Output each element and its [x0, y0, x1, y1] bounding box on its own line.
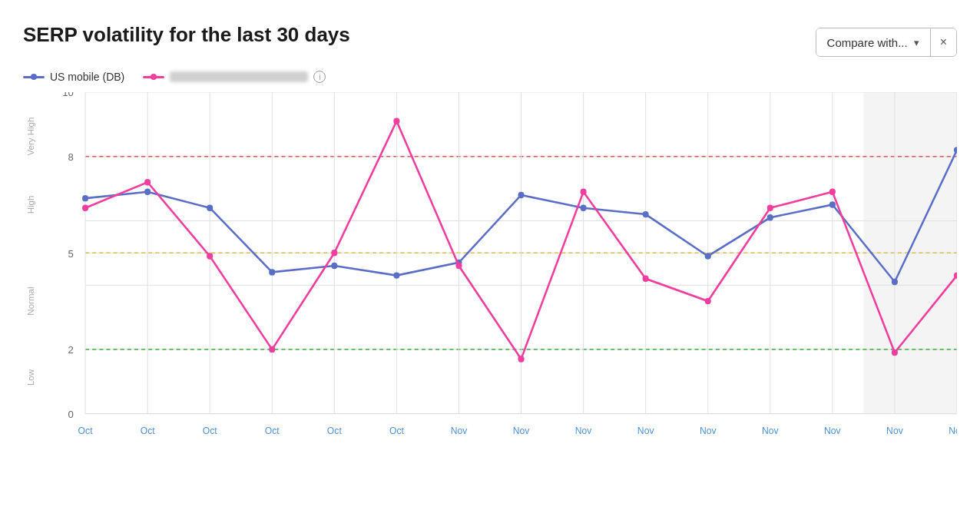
- blue-dot: [331, 263, 337, 269]
- svg-text:Nov: Nov: [886, 426, 903, 436]
- blue-dot: [393, 272, 399, 278]
- header-row: SERP volatility for the last 30 days Com…: [23, 23, 957, 57]
- blue-dot: [581, 205, 587, 211]
- blue-dot: [82, 195, 88, 201]
- pink-dot: [892, 349, 898, 356]
- svg-text:11: 11: [765, 437, 776, 438]
- svg-text:Oct: Oct: [327, 426, 342, 436]
- legend-label-blue: US mobile (DB): [50, 71, 124, 83]
- pink-dot: [829, 189, 836, 195]
- svg-text:24: 24: [204, 437, 215, 438]
- chart-svg: 10 8 5 2 0 Very High High Normal Low: [23, 92, 957, 438]
- svg-text:13: 13: [827, 437, 838, 438]
- pink-dot: [518, 356, 524, 362]
- svg-text:07: 07: [641, 437, 651, 438]
- compare-widget: Compare with... ▾ ×: [816, 28, 957, 57]
- svg-text:Oct: Oct: [265, 426, 280, 436]
- svg-text:15: 15: [889, 437, 900, 438]
- svg-text:09: 09: [703, 437, 713, 438]
- svg-text:Nov: Nov: [575, 426, 592, 436]
- svg-text:Low: Low: [26, 369, 35, 386]
- svg-text:Normal: Normal: [26, 287, 35, 316]
- svg-text:Very High: Very High: [26, 118, 35, 156]
- svg-text:0: 0: [68, 409, 74, 420]
- legend-row: US mobile (DB) i: [23, 71, 957, 83]
- svg-text:26: 26: [267, 437, 278, 438]
- svg-text:05: 05: [578, 437, 589, 438]
- pink-dot: [207, 253, 213, 259]
- svg-text:Nov: Nov: [637, 426, 654, 436]
- pink-dot: [767, 205, 773, 211]
- svg-text:22: 22: [142, 437, 153, 438]
- svg-text:30: 30: [392, 437, 402, 438]
- blue-dot: [144, 189, 151, 195]
- blue-dot: [767, 214, 773, 220]
- info-icon[interactable]: i: [313, 71, 326, 83]
- svg-text:Nov: Nov: [700, 426, 717, 436]
- pink-dot: [705, 298, 711, 304]
- svg-text:Nov: Nov: [949, 426, 957, 436]
- legend-line-pink-icon: [143, 76, 164, 78]
- pink-dot: [581, 189, 587, 195]
- svg-text:Nov: Nov: [762, 426, 779, 436]
- svg-text:Nov: Nov: [824, 426, 841, 436]
- svg-text:20: 20: [80, 437, 91, 438]
- chart-area: 10 8 5 2 0 Very High High Normal Low: [23, 92, 957, 438]
- pink-dot: [331, 250, 337, 256]
- svg-text:2: 2: [68, 344, 74, 356]
- blue-dot: [207, 205, 213, 211]
- svg-text:10: 10: [62, 92, 74, 98]
- legend-label-pink-blurred: [170, 71, 308, 82]
- svg-text:Oct: Oct: [389, 426, 404, 436]
- chevron-down-icon: ▾: [914, 37, 919, 48]
- compare-close-button[interactable]: ×: [931, 28, 956, 56]
- pink-dot: [643, 276, 649, 282]
- svg-text:Oct: Oct: [78, 426, 93, 436]
- blue-dot: [829, 201, 836, 207]
- pink-dot: [82, 205, 88, 211]
- blue-dot: [269, 269, 275, 275]
- pink-dot: [455, 263, 462, 269]
- legend-line-blue-icon: [23, 76, 45, 78]
- page-title: SERP volatility for the last 30 days: [23, 23, 350, 47]
- pink-dot: [269, 346, 275, 353]
- svg-text:Nov: Nov: [513, 426, 530, 436]
- blue-dot: [518, 192, 524, 198]
- svg-text:03: 03: [516, 437, 527, 438]
- compare-label: Compare with...: [827, 36, 908, 49]
- blue-dot: [705, 253, 711, 259]
- svg-text:Oct: Oct: [141, 426, 155, 436]
- legend-item-pink: i: [143, 71, 326, 83]
- legend-item-blue: US mobile (DB): [23, 71, 124, 83]
- svg-text:Nov: Nov: [451, 426, 468, 436]
- svg-text:28: 28: [329, 437, 340, 438]
- svg-text:01: 01: [454, 437, 465, 438]
- svg-text:Oct: Oct: [203, 426, 217, 436]
- pink-dot: [393, 118, 399, 124]
- svg-text:8: 8: [68, 151, 74, 163]
- svg-text:17: 17: [952, 437, 957, 438]
- svg-text:High: High: [26, 196, 35, 214]
- blue-dot: [892, 279, 898, 285]
- blue-dot: [643, 211, 649, 217]
- svg-text:5: 5: [68, 247, 74, 259]
- compare-dropdown[interactable]: Compare with... ▾: [816, 28, 931, 56]
- pink-dot: [144, 179, 151, 185]
